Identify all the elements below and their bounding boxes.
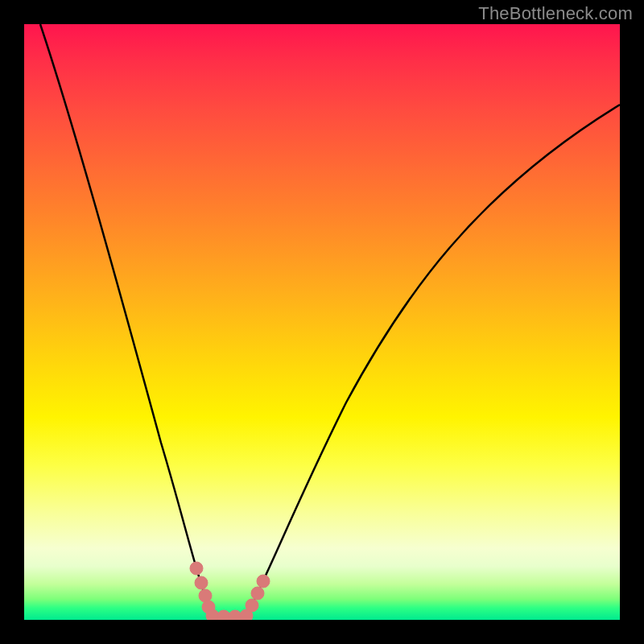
plot-area — [24, 24, 620, 620]
watermark-text: TheBottleneck.com — [478, 3, 633, 24]
bottleneck-curve-path — [40, 24, 620, 616]
svg-point-1 — [195, 576, 208, 589]
svg-point-8 — [246, 599, 258, 612]
chart-frame: TheBottleneck.com — [0, 0, 644, 644]
svg-point-2 — [199, 589, 212, 602]
curve-svg — [24, 24, 620, 620]
svg-point-4 — [206, 609, 219, 620]
svg-point-5 — [217, 610, 230, 620]
svg-point-10 — [257, 575, 270, 588]
svg-point-0 — [190, 562, 203, 575]
svg-point-9 — [251, 587, 264, 600]
marker-dots — [190, 562, 270, 620]
